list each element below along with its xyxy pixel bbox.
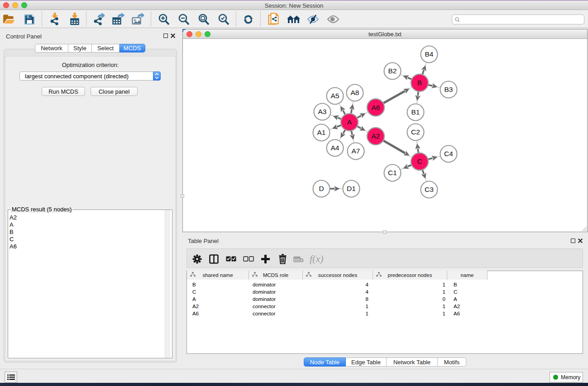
svg-text:C3: C3: [425, 186, 434, 193]
svg-text:A: A: [347, 118, 352, 126]
svg-text:A7: A7: [352, 147, 360, 155]
svg-text:A5: A5: [331, 92, 339, 100]
svg-text:B3: B3: [445, 86, 453, 93]
svg-text:C1: C1: [388, 169, 397, 176]
svg-text:A1: A1: [317, 129, 326, 136]
svg-text:A6: A6: [372, 104, 380, 111]
svg-text:C: C: [417, 157, 422, 165]
svg-text:A4: A4: [331, 144, 339, 152]
svg-text:B4: B4: [425, 50, 434, 58]
svg-text:B2: B2: [388, 67, 397, 75]
svg-text:A3: A3: [318, 108, 327, 115]
svg-text:C4: C4: [444, 150, 453, 157]
svg-text:A2: A2: [372, 132, 380, 140]
svg-text:B: B: [417, 79, 422, 86]
svg-text:A8: A8: [351, 89, 359, 96]
svg-text:D1: D1: [347, 185, 356, 192]
svg-text:C2: C2: [411, 128, 420, 136]
svg-text:D: D: [319, 185, 324, 192]
svg-text:B1: B1: [411, 108, 420, 116]
